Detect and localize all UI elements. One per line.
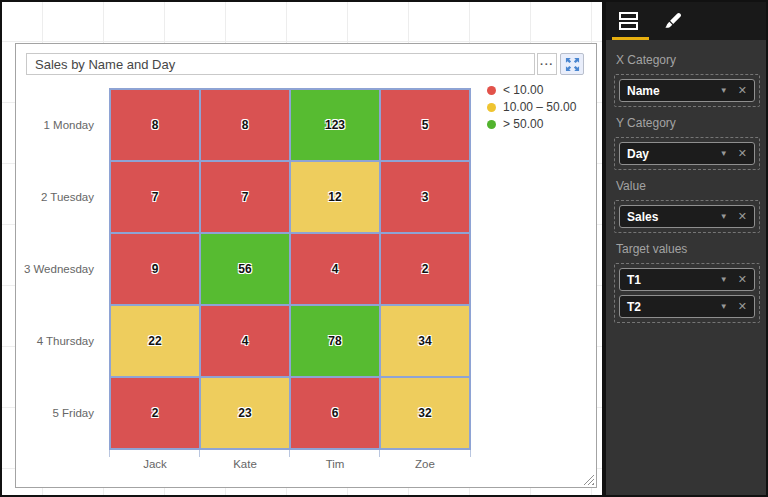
heatmap-cell[interactable]: 23 — [201, 378, 289, 448]
remove-field-icon[interactable]: ✕ — [738, 84, 747, 97]
more-options-icon: ··· — [540, 58, 554, 70]
x-axis-label: Tim — [291, 458, 379, 470]
cell-value: 23 — [238, 406, 251, 420]
field-well-group: Day▼✕ — [614, 137, 760, 170]
cell-value: 22 — [148, 334, 161, 348]
resize-handle[interactable] — [583, 474, 594, 485]
active-tab-underline — [612, 37, 649, 40]
heatmap-cell[interactable]: 78 — [291, 306, 379, 376]
field-well-t1[interactable]: T1▼✕ — [619, 268, 755, 291]
y-axis-label: 1 Monday — [16, 90, 102, 160]
x-axis-tick — [109, 450, 110, 457]
heatmap-cell[interactable]: 6 — [291, 378, 379, 448]
heatmap-cell[interactable]: 2 — [381, 234, 469, 304]
remove-field-icon[interactable]: ✕ — [738, 273, 747, 286]
field-well-group: Name▼✕ — [614, 74, 760, 107]
cell-value: 56 — [238, 262, 251, 276]
heatmap-cell[interactable]: 7 — [111, 162, 199, 232]
expand-arrows-icon — [565, 57, 580, 72]
cell-value: 4 — [332, 262, 339, 276]
tab-format[interactable] — [650, 2, 694, 40]
y-axis-label: 5 Friday — [16, 378, 102, 448]
legend-dot-icon — [487, 120, 496, 129]
cell-value: 8 — [152, 118, 159, 132]
heatmap-cell[interactable]: 4 — [291, 234, 379, 304]
heatmap-cell[interactable]: 56 — [201, 234, 289, 304]
visual-title: Sales by Name and Day — [35, 57, 175, 72]
field-well-t2[interactable]: T2▼✕ — [619, 295, 755, 318]
legend-dot-icon — [487, 103, 496, 112]
more-options-button[interactable]: ··· — [537, 53, 557, 75]
cell-value: 12 — [328, 190, 341, 204]
x-axis-tick — [379, 450, 380, 457]
cell-value: 123 — [325, 118, 345, 132]
heatmap-cell[interactable]: 22 — [111, 306, 199, 376]
cell-value: 34 — [418, 334, 431, 348]
legend-dot-icon — [487, 86, 496, 95]
expand-button[interactable] — [560, 53, 584, 75]
heatmap-cell[interactable]: 4 — [201, 306, 289, 376]
report-canvas[interactable]: Sales by Name and Day ··· — [2, 2, 604, 495]
paintbrush-icon — [663, 12, 682, 31]
dropdown-caret-icon[interactable]: ▼ — [720, 86, 728, 95]
cell-value: 78 — [328, 334, 341, 348]
field-sections: X CategoryName▼✕Y CategoryDay▼✕ValueSale… — [606, 40, 768, 323]
field-well-label: Y Category — [616, 116, 758, 130]
dropdown-caret-icon[interactable]: ▼ — [720, 212, 728, 221]
cell-value: 2 — [152, 406, 159, 420]
x-axis-label: Kate — [201, 458, 289, 470]
y-axis-label: 3 Wednesday — [16, 234, 102, 304]
field-name: Day — [627, 147, 720, 161]
dropdown-caret-icon[interactable]: ▼ — [720, 275, 728, 284]
heatmap-cell[interactable]: 7 — [201, 162, 289, 232]
heatmap-cell[interactable]: 9 — [111, 234, 199, 304]
remove-field-icon[interactable]: ✕ — [738, 210, 747, 223]
y-axis-label: 4 Thursday — [16, 306, 102, 376]
remove-field-icon[interactable]: ✕ — [738, 300, 747, 313]
x-axis-tick — [199, 450, 200, 457]
y-axis-label: 2 Tuesday — [16, 162, 102, 232]
heatmap-cell[interactable]: 123 — [291, 90, 379, 160]
field-name: Name — [627, 84, 720, 98]
heatmap-cell[interactable]: 12 — [291, 162, 379, 232]
visual-title-input[interactable]: Sales by Name and Day — [26, 53, 535, 75]
cell-value: 7 — [152, 190, 159, 204]
field-well-label: Target values — [616, 242, 758, 256]
legend-item: 10.00 – 50.00 — [487, 101, 576, 113]
app-window: Sales by Name and Day ··· — [0, 0, 768, 497]
cell-value: 5 — [422, 118, 429, 132]
field-name: T2 — [627, 300, 720, 314]
legend-item: < 10.00 — [487, 84, 576, 96]
field-well-name[interactable]: Name▼✕ — [619, 79, 755, 102]
heatmap-cell[interactable]: 5 — [381, 90, 469, 160]
x-axis-tick — [470, 450, 471, 457]
remove-field-icon[interactable]: ✕ — [738, 147, 747, 160]
dropdown-caret-icon[interactable]: ▼ — [720, 302, 728, 311]
heatmap-visual-container[interactable]: Sales by Name and Day ··· — [15, 43, 597, 488]
cell-value: 32 — [418, 406, 431, 420]
field-well-label: X Category — [616, 53, 758, 67]
heatmap-grid: 88123577123956422247834223632 — [109, 88, 471, 450]
dropdown-caret-icon[interactable]: ▼ — [720, 149, 728, 158]
cell-value: 4 — [242, 334, 249, 348]
x-axis-label: Jack — [111, 458, 199, 470]
heatmap-cell[interactable]: 2 — [111, 378, 199, 448]
property-pane: X CategoryName▼✕Y CategoryDay▼✕ValueSale… — [606, 2, 768, 495]
heatmap-cell[interactable]: 34 — [381, 306, 469, 376]
tab-fields[interactable] — [606, 2, 650, 40]
cell-value: 6 — [332, 406, 339, 420]
x-axis-tick — [289, 450, 290, 457]
cell-value: 8 — [242, 118, 249, 132]
field-well-sales[interactable]: Sales▼✕ — [619, 205, 755, 228]
legend-label: < 10.00 — [503, 83, 543, 97]
heatmap-cell[interactable]: 8 — [201, 90, 289, 160]
field-well-label: Value — [616, 179, 758, 193]
field-name: T1 — [627, 273, 720, 287]
field-well-group: T1▼✕T2▼✕ — [614, 263, 760, 323]
pane-tabbar — [606, 2, 768, 40]
heatmap-cell[interactable]: 32 — [381, 378, 469, 448]
field-well-day[interactable]: Day▼✕ — [619, 142, 755, 165]
heatmap-cell[interactable]: 8 — [111, 90, 199, 160]
heatmap-cell[interactable]: 3 — [381, 162, 469, 232]
field-name: Sales — [627, 210, 720, 224]
